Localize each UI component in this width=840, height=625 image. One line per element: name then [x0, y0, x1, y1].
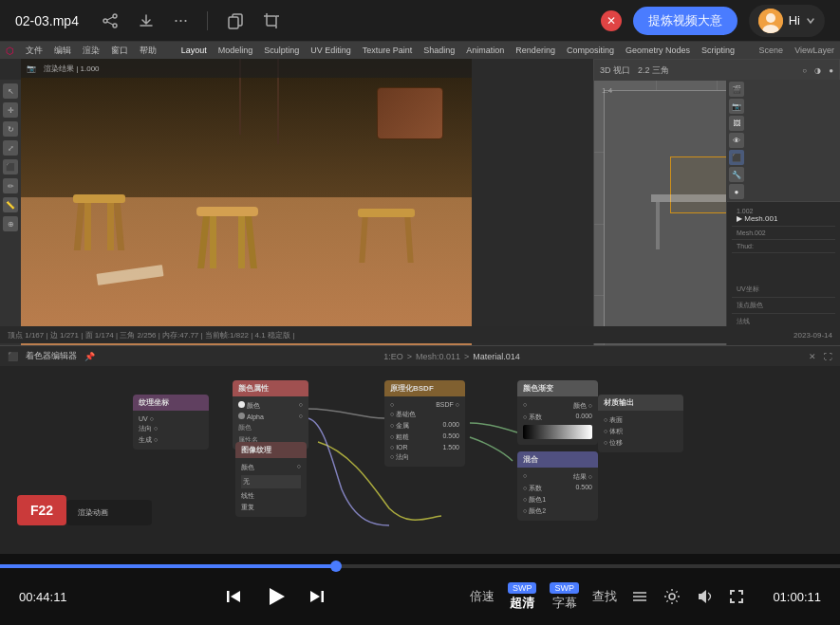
props-scene-icon[interactable]: 🎬	[729, 82, 744, 97]
crop-icon[interactable]	[263, 10, 280, 30]
right-controls: 倍速 SWP 超清 SWP 字幕 查找	[470, 582, 821, 612]
playlist-button[interactable]	[630, 587, 649, 606]
svg-point-13	[766, 13, 775, 23]
next-button[interactable]	[308, 587, 327, 606]
node-breadcrumb: 1:EO > Mesh:0.011 > Material.014	[383, 352, 520, 361]
render-viewport: 📷 渲染结果 | 1.000	[21, 59, 472, 367]
props-uv: UV坐标	[732, 282, 835, 298]
hi-label: Hi	[789, 13, 800, 28]
tab-uv-editing[interactable]: UV Editing	[310, 46, 351, 55]
menu-edit[interactable]: 编辑	[54, 45, 71, 57]
node-color-attr[interactable]: 颜色属性 颜色 ○ Alpha ○ 颜色 属性名	[233, 380, 308, 450]
blender-menubar: ⬡ 文件 编辑 渲染 窗口 帮助 Layout Modeling Sculpti…	[0, 42, 840, 59]
3d-render-mode[interactable]: ●	[829, 66, 833, 75]
tab-scripting[interactable]: Scripting	[701, 46, 735, 55]
tool-rotate[interactable]: ↻	[3, 121, 18, 137]
node-expand-btn[interactable]: ⛶	[824, 352, 832, 361]
more-icon[interactable]: ···	[174, 10, 188, 30]
copy-icon[interactable]	[227, 10, 244, 30]
tab-rendering[interactable]: Rendering	[515, 46, 555, 55]
props-object-icon[interactable]: ⬛	[729, 150, 744, 165]
tool-annotate[interactable]: ✏	[3, 178, 18, 193]
props-output-icon[interactable]: 🖼	[729, 116, 744, 131]
menu-file[interactable]: 文件	[26, 45, 43, 57]
user-menu[interactable]: Hi	[749, 5, 825, 37]
menu-render[interactable]: 渲染	[83, 45, 100, 57]
svg-rect-20	[321, 591, 324, 602]
fullscreen-button[interactable]	[727, 587, 746, 606]
node-row: ○ 法向	[390, 451, 459, 463]
tool-cursor[interactable]: ↖	[3, 83, 18, 99]
subtitle-button[interactable]: 字幕	[552, 595, 577, 612]
node-image-texture[interactable]: 原理化BSDF ○ BSDF ○ ○ 基础色 ○ 金属 0.000	[384, 380, 465, 467]
node-pin-btn[interactable]: 📌	[84, 352, 95, 361]
tab-layout[interactable]: Layout	[181, 46, 207, 55]
svg-rect-7	[267, 16, 276, 26]
props-render-icon[interactable]: 📷	[729, 99, 744, 114]
video-controls: 00:44:11 倍速	[0, 554, 840, 625]
node-texture-coord[interactable]: 纹理坐标 UV ○ 法向 ○ 生成 ○	[133, 395, 209, 450]
find-button[interactable]: 查找	[592, 588, 617, 605]
props-modifier-icon[interactable]: 🔧	[729, 167, 744, 182]
subtitle-button-group[interactable]: SWP 字幕	[550, 582, 579, 612]
download-icon[interactable]	[138, 10, 155, 30]
settings-button[interactable]	[663, 587, 681, 606]
node-row: 法向 ○	[139, 423, 203, 434]
tool-measure[interactable]: 📏	[3, 197, 18, 212]
share-icon[interactable]	[102, 10, 119, 30]
time-total: 01:00:11	[759, 590, 821, 604]
props-mesh: 1.002 ▶ Mesh.001	[732, 205, 835, 227]
tab-compositing[interactable]: Compositing	[567, 46, 614, 55]
3d-overlay-btn[interactable]: ○	[802, 66, 807, 75]
wall-line2	[604, 90, 605, 327]
node-output[interactable]: 材质输出 ○ 表面 ○ 体积 ○ 位移	[598, 395, 683, 452]
prev-button[interactable]	[224, 587, 243, 606]
menu-help[interactable]: 帮助	[140, 45, 157, 57]
tab-modeling[interactable]: Modeling	[218, 46, 253, 55]
time-current: 00:44:11	[19, 590, 81, 604]
props-material: Mesh.002	[732, 227, 835, 240]
tool-scale[interactable]: ⤢	[3, 140, 18, 156]
tool-add[interactable]: ⊕	[3, 216, 18, 231]
properties-panel: 🎬 📷 🖼 👁 ⬛ 🔧 ● 1.002 ▶ Mesh.001 Mesh.002	[726, 80, 840, 367]
quality-badge: SWP	[508, 582, 537, 594]
node-row: ○ 金属 0.000	[390, 420, 459, 432]
stool-center	[196, 207, 258, 268]
node-small1[interactable]: 图像纹理 颜色 ○ 无 线性 重复	[235, 442, 307, 517]
props-view-icon[interactable]: 👁	[729, 133, 744, 148]
props-icons: 🎬 📷 🖼 👁 ⬛ 🔧 ●	[727, 80, 840, 202]
node-row: ○ 基础色	[390, 409, 459, 420]
speed-button[interactable]: 倍速	[470, 588, 495, 605]
tab-geometry-nodes[interactable]: Geometry Nodes	[625, 46, 690, 55]
node-mix[interactable]: 颜色渐变 ○ 颜色 ○ ○ 系数 0.000	[517, 380, 598, 445]
tab-animation[interactable]: Animation	[466, 46, 504, 55]
close-button[interactable]: ✕	[601, 10, 622, 31]
play-button[interactable]	[262, 583, 289, 610]
tool-transform[interactable]: ⬛	[3, 159, 18, 175]
node-row: ○ 位移	[604, 437, 678, 449]
3d-xray-btn[interactable]: ◑	[814, 66, 821, 75]
props-material-icon[interactable]: ●	[729, 184, 744, 199]
progress-bar[interactable]	[0, 564, 840, 568]
table-leg1	[656, 202, 660, 249]
quality-button-group[interactable]: SWP 超清	[508, 582, 537, 612]
node-row: ○ IOR 1.500	[390, 443, 459, 451]
extract-button[interactable]: 提炼视频大意	[633, 7, 737, 35]
progress-thumb[interactable]	[330, 561, 342, 572]
props-transform: Thud:	[732, 240, 835, 253]
node-row: ○ 表面	[604, 414, 678, 426]
tool-move[interactable]: ✛	[3, 102, 18, 118]
node-group[interactable]: 混合 ○ 结果 ○ ○ 系数 0.500 ○ 颜色1	[517, 451, 598, 521]
node-close-btn[interactable]: ✕	[809, 352, 816, 361]
stool-left	[73, 194, 125, 250]
tab-shading[interactable]: Shading	[423, 46, 455, 55]
quality-button[interactable]: 超清	[510, 595, 534, 612]
menu-window[interactable]: 窗口	[111, 45, 128, 57]
tab-texture-paint[interactable]: Texture Paint	[363, 46, 413, 55]
svg-point-1	[103, 19, 107, 23]
render-header: 📷 渲染结果 | 1.000	[21, 59, 472, 78]
tab-sculpting[interactable]: Sculpting	[264, 46, 299, 55]
blender-logo: ⬡	[6, 46, 14, 56]
3d-view-info: 2.2 三角	[638, 64, 669, 77]
volume-button[interactable]	[695, 587, 714, 606]
